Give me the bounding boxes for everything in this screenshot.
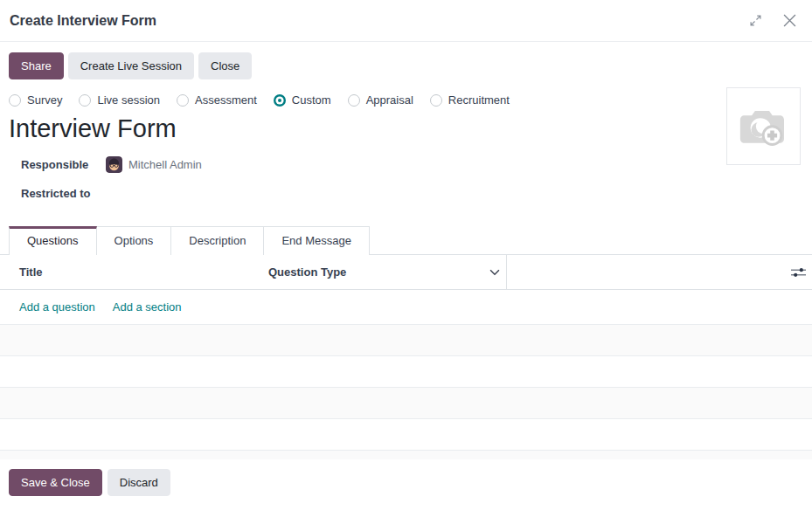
- radio-label: Custom: [292, 93, 331, 107]
- tab-options[interactable]: Options: [97, 226, 172, 255]
- radio-icon: [177, 94, 189, 107]
- questions-table-header: Title Question Type: [0, 255, 812, 290]
- discard-button[interactable]: Discard: [108, 469, 170, 496]
- column-header-extra: [507, 255, 812, 289]
- radio-icon-checked: [274, 94, 286, 107]
- create-live-session-button[interactable]: Create Live Session: [68, 52, 194, 79]
- tab-end-message[interactable]: End Message: [264, 226, 370, 255]
- empty-list-row: [0, 419, 812, 451]
- radio-icon: [348, 94, 360, 107]
- radio-option-custom[interactable]: Custom: [274, 93, 331, 107]
- column-header-question-type[interactable]: Question Type: [258, 255, 507, 289]
- tab-description[interactable]: Description: [171, 226, 264, 255]
- radio-label: Appraisal: [366, 93, 413, 107]
- empty-list-row: [0, 356, 812, 388]
- empty-list-row: [0, 451, 812, 459]
- dialog-title: Create Interview Form: [10, 13, 156, 29]
- image-upload-placeholder[interactable]: [726, 87, 801, 165]
- responsible-label: Responsible: [21, 158, 106, 171]
- close-icon[interactable]: [781, 12, 798, 29]
- radio-label: Assessment: [195, 93, 257, 107]
- tab-questions[interactable]: Questions: [9, 226, 97, 255]
- create-interview-form-dialog: Create Interview Form Share Create Live …: [0, 0, 812, 510]
- close-button[interactable]: Close: [198, 52, 252, 79]
- radio-option-assessment[interactable]: Assessment: [177, 93, 257, 107]
- form-fields: Responsible Mitchell Admin Restricted to: [21, 155, 812, 202]
- avatar: [106, 156, 122, 173]
- radio-label: Recruitment: [448, 93, 510, 107]
- radio-icon: [430, 94, 442, 107]
- empty-list-row: [0, 388, 812, 419]
- sliders-icon[interactable]: [791, 266, 806, 279]
- radio-icon: [9, 94, 21, 107]
- radio-label: Live session: [97, 93, 160, 107]
- radio-option-survey[interactable]: Survey: [9, 93, 62, 107]
- share-button[interactable]: Share: [9, 52, 64, 79]
- add-a-question-link[interactable]: Add a question: [19, 300, 95, 314]
- restricted-to-field-row: Restricted to: [21, 184, 812, 202]
- camera-add-icon: [739, 104, 789, 149]
- survey-title-input[interactable]: Interview Form: [9, 114, 803, 143]
- action-toolbar: Share Create Live Session Close: [0, 42, 812, 87]
- questions-list: Title Question Type Add a question Add a…: [0, 255, 812, 459]
- column-header-title[interactable]: Title: [9, 265, 258, 279]
- responsible-value[interactable]: Mitchell Admin: [106, 156, 202, 173]
- radio-label: Survey: [27, 93, 62, 107]
- dialog-header-icons: [748, 12, 798, 29]
- responsible-name: Mitchell Admin: [128, 158, 202, 171]
- add-a-section-link[interactable]: Add a section: [113, 300, 182, 314]
- chevron-down-icon: [489, 269, 500, 276]
- expand-icon[interactable]: [748, 13, 763, 28]
- radio-option-recruitment[interactable]: Recruitment: [430, 93, 510, 107]
- responsible-field-row: Responsible Mitchell Admin: [21, 155, 812, 173]
- list-add-row: Add a question Add a section: [0, 290, 812, 325]
- dialog-footer: Save & Close Discard: [0, 459, 812, 496]
- radio-option-appraisal[interactable]: Appraisal: [348, 93, 413, 107]
- empty-list-row: [0, 325, 812, 356]
- notebook-tabs: Questions Options Description End Messag…: [0, 226, 812, 255]
- save-and-close-button[interactable]: Save & Close: [9, 469, 102, 496]
- column-header-question-type-label: Question Type: [268, 265, 346, 279]
- radio-option-live-session[interactable]: Live session: [79, 93, 160, 107]
- dialog-header: Create Interview Form: [0, 0, 812, 42]
- radio-icon: [79, 94, 91, 107]
- restricted-to-label: Restricted to: [21, 187, 106, 200]
- survey-type-radio-group: Survey Live session Assessment Custom Ap…: [0, 87, 812, 107]
